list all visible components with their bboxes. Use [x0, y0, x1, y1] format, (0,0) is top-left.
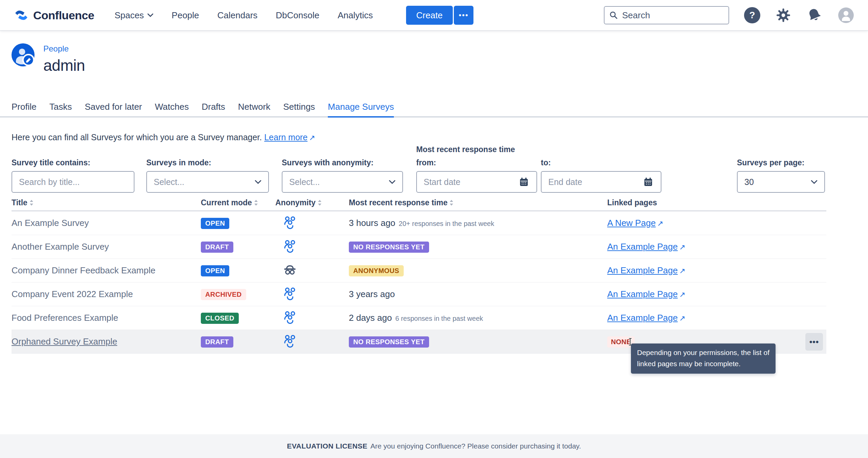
table-row[interactable]: Another Example Survey DRAFT NO RESPONSE… [12, 235, 826, 259]
tab-drafts[interactable]: Drafts [202, 102, 225, 118]
people-group-icon [275, 239, 349, 255]
anonymous-badge: ANONYMOUS [349, 265, 404, 276]
sort-icon [318, 200, 322, 206]
nav-item-people[interactable]: People [172, 10, 199, 21]
column-header-most-recent-response-time[interactable]: Most recent response time [349, 198, 607, 207]
tab-network[interactable]: Network [238, 102, 270, 118]
survey-title[interactable]: Orphaned Survey Example [12, 336, 201, 347]
tab-watches[interactable]: Watches [155, 102, 189, 118]
external-link-icon: ↗ [657, 219, 663, 228]
nav-item-calendars[interactable]: Calendars [217, 10, 258, 21]
from-date-wrapper [416, 171, 537, 193]
confluence-logo[interactable]: Confluence [14, 7, 94, 23]
settings-button[interactable] [775, 7, 791, 23]
column-header-linked-pages: Linked pages [607, 198, 805, 207]
response-time: 2 days ago [349, 313, 392, 323]
intro-text: Here you can find all Surveys for which … [12, 132, 856, 142]
license-text: Are you enjoying Confluence? Please cons… [371, 442, 581, 450]
external-link-icon: ↗ [679, 267, 685, 275]
response-time: 3 years ago [349, 289, 395, 299]
main-nav: Spaces People Calendars DbConsole Analyt… [114, 10, 373, 21]
mode-badge-draft: DRAFT [201, 242, 233, 253]
to-date-wrapper [541, 171, 661, 193]
more-actions-button[interactable]: ••• [454, 6, 473, 25]
calendar-icon[interactable] [518, 176, 530, 188]
anonymity-filter-label: Surveys with anonymity: [282, 158, 403, 167]
nav-item-spaces[interactable]: Spaces [114, 10, 153, 21]
sort-icon [449, 200, 453, 206]
avatar-icon [838, 7, 854, 24]
tab-settings[interactable]: Settings [283, 102, 315, 118]
top-navbar: Confluence Spaces People Calendars DbCon… [0, 0, 868, 30]
help-button[interactable]: ? [744, 7, 760, 23]
survey-title[interactable]: Food Preferences Example [12, 313, 201, 323]
table-row[interactable]: Food Preferences Example CLOSED 2 days a… [12, 306, 826, 330]
to-date-input[interactable] [548, 177, 642, 187]
linked-page-link[interactable]: An Example Page [607, 265, 678, 275]
sort-icon [254, 200, 258, 206]
people-group-icon [275, 310, 349, 326]
tab-saved-for-later[interactable]: Saved for later [85, 102, 142, 118]
survey-title[interactable]: Another Example Survey [12, 242, 201, 252]
linked-page-link[interactable]: A New Page [607, 218, 656, 228]
learn-more-link[interactable]: Learn more [264, 132, 308, 142]
people-group-icon [275, 215, 349, 231]
linked-page-link[interactable]: An Example Page [607, 313, 678, 323]
anonymity-select[interactable]: Select... [282, 171, 403, 193]
chevron-down-icon [147, 13, 153, 17]
row-actions-button[interactable]: ••• [805, 333, 823, 351]
tab-tasks[interactable]: Tasks [49, 102, 72, 118]
mode-badge-closed: CLOSED [201, 313, 239, 324]
breadcrumb-people[interactable]: People [43, 44, 85, 54]
title-filter-input[interactable] [19, 177, 127, 187]
mode-badge-draft: DRAFT [201, 336, 233, 348]
table-row[interactable]: Company Dinner Feedback Example OPEN ANO… [12, 259, 826, 283]
sort-icon [29, 200, 34, 206]
chevron-down-icon [255, 180, 261, 184]
page-title-username: admin [43, 56, 85, 75]
help-icon: ? [744, 7, 760, 23]
survey-title[interactable]: Company Event 2022 Example [12, 289, 201, 299]
search-icon [609, 10, 619, 20]
no-responses-badge: NO RESPONSES YET [349, 242, 429, 253]
column-header-anonymity[interactable]: Anonymity [275, 198, 349, 207]
profile-header: People admin [0, 30, 868, 75]
chevron-down-icon [811, 180, 818, 184]
table-row[interactable]: An Example Survey OPEN 3 hours ago20+ re… [12, 211, 826, 235]
external-link-icon: ↗ [679, 314, 685, 322]
profile-avatar[interactable] [12, 43, 35, 66]
linked-page-link[interactable]: An Example Page [607, 289, 678, 299]
calendar-icon[interactable] [642, 176, 654, 188]
confluence-logo-icon [14, 7, 29, 23]
survey-title[interactable]: An Example Survey [12, 218, 201, 228]
people-group-icon [275, 334, 349, 350]
survey-filters: Most recent response time Survey title c… [12, 145, 856, 193]
column-header-title[interactable]: Title [12, 198, 201, 207]
table-header-row: Title Current mode Anonymity Most recent… [12, 198, 826, 211]
license-label: EVALUATION LICENSE [287, 442, 367, 450]
most-recent-response-time-group-label: Most recent response time [416, 145, 515, 154]
create-button[interactable]: Create [406, 6, 453, 25]
search-box [604, 6, 729, 24]
linked-page-link[interactable]: An Example Page [607, 242, 678, 252]
per-page-select[interactable]: 30 [737, 171, 825, 193]
external-link-icon: ↗ [679, 243, 685, 251]
tab-manage-surveys[interactable]: Manage Surveys [328, 102, 394, 118]
notifications-button[interactable] [806, 7, 823, 23]
response-note: 6 responses in the past week [395, 315, 483, 322]
table-row[interactable]: Company Event 2022 Example ARCHIVED 3 ye… [12, 283, 826, 306]
nav-item-analytics[interactable]: Analytics [338, 10, 373, 21]
nav-item-dbconsole[interactable]: DbConsole [276, 10, 319, 21]
tab-profile[interactable]: Profile [12, 102, 37, 118]
search-input[interactable] [604, 6, 729, 24]
per-page-label: Surveys per page: [737, 158, 825, 167]
from-date-input[interactable] [424, 177, 518, 187]
user-avatar-button[interactable] [838, 7, 854, 24]
mode-select[interactable]: Select... [146, 171, 269, 193]
no-responses-badge: NO RESPONSES YET [349, 336, 429, 348]
survey-title[interactable]: Company Dinner Feedback Example [12, 265, 201, 276]
mode-filter-label: Surveys in mode: [146, 158, 269, 167]
from-date-label: from: [416, 158, 537, 167]
gear-icon [775, 7, 791, 23]
column-header-current-mode[interactable]: Current mode [201, 198, 275, 207]
